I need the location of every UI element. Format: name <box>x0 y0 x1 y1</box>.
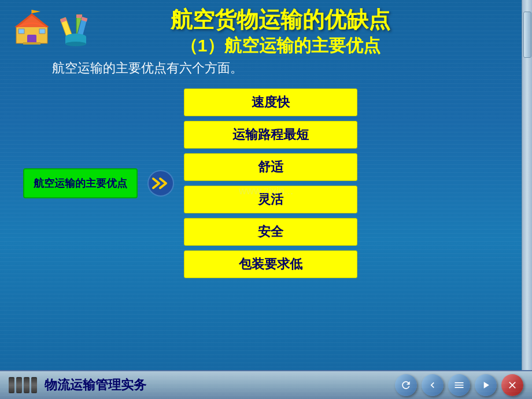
mindmap-area: 航空运输的主要优点 速度快 运输路程最短 舒适 灵活 安全 包装要求低 <box>12 88 515 278</box>
arrow-container <box>146 169 175 198</box>
menu-icon <box>453 379 465 391</box>
pencils-icon <box>60 12 92 46</box>
svg-marker-4 <box>32 10 40 13</box>
title-section: 航空货物运输的优缺点 （1）航空运输的主要优点 <box>46 6 515 57</box>
toolbar-title: 物流运输管理实务 <box>45 376 146 394</box>
svg-point-20 <box>65 42 86 46</box>
menu-button[interactable] <box>448 374 470 396</box>
toolbar-bar-3 <box>24 377 29 393</box>
list-item: 速度快 <box>184 88 357 116</box>
main-title: 航空货物运输的优缺点 <box>46 6 515 34</box>
back-button[interactable] <box>422 374 444 396</box>
close-icon <box>507 379 518 391</box>
building-icon <box>12 9 52 46</box>
toolbar-left: 物流运输管理实务 <box>9 376 146 394</box>
svg-rect-7 <box>39 29 45 34</box>
svg-rect-8 <box>23 42 40 45</box>
forward-button[interactable] <box>475 374 497 396</box>
toolbar: 物流运输管理实务 <box>0 370 532 399</box>
list-item: 舒适 <box>184 153 357 181</box>
description-text: 航空运输的主要优点有六个方面。 <box>49 60 515 77</box>
toolbar-bar-4 <box>31 377 37 393</box>
arrow-icon <box>146 169 175 198</box>
sub-title: （1）航空运输的主要优点 <box>46 34 515 57</box>
forward-icon <box>480 379 492 391</box>
svg-rect-6 <box>19 29 24 34</box>
back-icon <box>427 379 438 391</box>
svg-rect-5 <box>27 35 36 43</box>
refresh-icon <box>400 379 412 391</box>
refresh-button[interactable] <box>395 374 417 396</box>
list-item: 运输路程最短 <box>184 121 357 149</box>
content-area: 航空货物运输的优缺点 （1）航空运输的主要优点 航空运输的主要优点有六个方面。 … <box>0 0 532 370</box>
close-button[interactable] <box>501 374 523 396</box>
center-node: 航空运输的主要优点 <box>23 168 138 198</box>
list-item: 灵活 <box>184 186 357 213</box>
building-icon-area <box>12 9 92 49</box>
toolbar-controls <box>395 374 523 396</box>
toolbar-bar-1 <box>9 377 14 393</box>
list-item: 包装要求低 <box>184 250 357 278</box>
svg-rect-14 <box>76 14 82 18</box>
main-container: 航空货物运输的优缺点 （1）航空运输的主要优点 航空运输的主要优点有六个方面。 … <box>0 0 532 399</box>
list-item: 安全 <box>184 218 357 246</box>
items-list: 速度快 运输路程最短 舒适 灵活 安全 包装要求低 <box>184 88 357 278</box>
toolbar-bar-2 <box>16 377 22 393</box>
svg-point-21 <box>148 171 173 196</box>
